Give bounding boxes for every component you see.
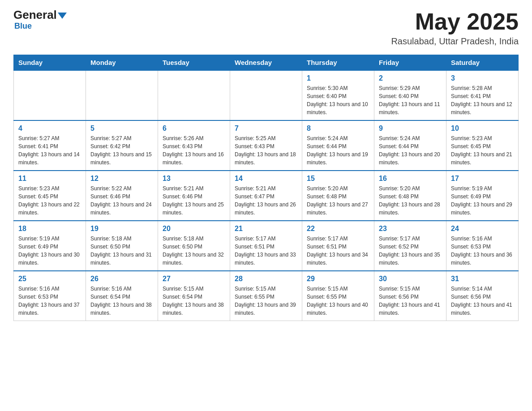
day-number: 1: [307, 74, 369, 82]
day-info: Sunrise: 5:16 AMSunset: 6:53 PMDaylight:…: [451, 235, 514, 267]
calendar-week-row: 4Sunrise: 5:27 AMSunset: 6:41 PMDaylight…: [14, 120, 519, 171]
day-info: Sunrise: 5:28 AMSunset: 6:41 PMDaylight:…: [451, 84, 514, 116]
day-info: Sunrise: 5:15 AMSunset: 6:54 PMDaylight:…: [163, 285, 225, 317]
day-number: 9: [379, 124, 442, 133]
calendar-cell: 26Sunrise: 5:16 AMSunset: 6:54 PMDayligh…: [86, 271, 158, 321]
calendar-table: Sunday Monday Tuesday Wednesday Thursday…: [13, 55, 519, 321]
day-info: Sunrise: 5:20 AMSunset: 6:48 PMDaylight:…: [379, 184, 442, 217]
location-title: Rasulabad, Uttar Pradesh, India: [391, 36, 519, 47]
calendar-cell: 14Sunrise: 5:21 AMSunset: 6:47 PMDayligh…: [230, 171, 302, 221]
day-number: 13: [163, 175, 225, 183]
day-info: Sunrise: 5:29 AMSunset: 6:40 PMDaylight:…: [379, 84, 442, 116]
day-info: Sunrise: 5:15 AMSunset: 6:56 PMDaylight:…: [379, 285, 442, 317]
day-info: Sunrise: 5:25 AMSunset: 6:43 PMDaylight:…: [235, 134, 297, 167]
calendar-cell: 22Sunrise: 5:17 AMSunset: 6:51 PMDayligh…: [302, 221, 374, 271]
calendar-week-row: 18Sunrise: 5:19 AMSunset: 6:49 PMDayligh…: [14, 221, 519, 271]
day-info: Sunrise: 5:15 AMSunset: 6:55 PMDaylight:…: [307, 285, 369, 317]
calendar-cell: [86, 70, 158, 120]
calendar-cell: 1Sunrise: 5:30 AMSunset: 6:40 PMDaylight…: [302, 70, 374, 120]
title-area: May 2025 Rasulabad, Uttar Pradesh, India: [391, 9, 519, 47]
day-info: Sunrise: 5:16 AMSunset: 6:54 PMDaylight:…: [90, 285, 153, 317]
calendar-cell: 11Sunrise: 5:23 AMSunset: 6:45 PMDayligh…: [14, 171, 86, 221]
day-info: Sunrise: 5:30 AMSunset: 6:40 PMDaylight:…: [307, 84, 369, 116]
page-header: General Blue May 2025 Rasulabad, Uttar P…: [13, 9, 519, 47]
day-info: Sunrise: 5:15 AMSunset: 6:55 PMDaylight:…: [235, 285, 297, 317]
day-number: 16: [379, 175, 442, 183]
calendar-cell: 17Sunrise: 5:19 AMSunset: 6:49 PMDayligh…: [446, 171, 519, 221]
day-info: Sunrise: 5:27 AMSunset: 6:42 PMDaylight:…: [90, 134, 153, 167]
day-info: Sunrise: 5:27 AMSunset: 6:41 PMDaylight:…: [18, 134, 81, 167]
day-info: Sunrise: 5:18 AMSunset: 6:50 PMDaylight:…: [90, 235, 153, 267]
calendar-week-row: 1Sunrise: 5:30 AMSunset: 6:40 PMDaylight…: [14, 70, 519, 120]
logo: General: [13, 9, 67, 21]
day-number: 14: [235, 175, 297, 183]
logo-area: General Blue: [13, 9, 67, 31]
calendar-cell: [230, 70, 302, 120]
day-number: 12: [90, 175, 153, 183]
day-number: 7: [235, 124, 297, 133]
calendar-cell: 25Sunrise: 5:16 AMSunset: 6:53 PMDayligh…: [14, 271, 86, 321]
day-number: 22: [307, 225, 369, 233]
calendar-cell: 18Sunrise: 5:19 AMSunset: 6:49 PMDayligh…: [14, 221, 86, 271]
calendar-cell: 16Sunrise: 5:20 AMSunset: 6:48 PMDayligh…: [374, 171, 446, 221]
day-number: 8: [307, 124, 369, 133]
day-number: 23: [379, 225, 442, 233]
calendar-cell: 31Sunrise: 5:14 AMSunset: 6:56 PMDayligh…: [446, 271, 519, 321]
logo-blue-text: Blue: [14, 21, 32, 31]
header-friday: Friday: [374, 55, 446, 71]
calendar-cell: 2Sunrise: 5:29 AMSunset: 6:40 PMDaylight…: [374, 70, 446, 120]
day-number: 17: [451, 175, 514, 183]
day-number: 15: [307, 175, 369, 183]
day-info: Sunrise: 5:17 AMSunset: 6:52 PMDaylight:…: [379, 235, 442, 267]
calendar-cell: 23Sunrise: 5:17 AMSunset: 6:52 PMDayligh…: [374, 221, 446, 271]
day-info: Sunrise: 5:17 AMSunset: 6:51 PMDaylight:…: [235, 235, 297, 267]
calendar-cell: [14, 70, 86, 120]
day-number: 21: [235, 225, 297, 233]
day-info: Sunrise: 5:24 AMSunset: 6:44 PMDaylight:…: [307, 134, 369, 167]
day-info: Sunrise: 5:21 AMSunset: 6:46 PMDaylight:…: [163, 184, 225, 217]
calendar-cell: 29Sunrise: 5:15 AMSunset: 6:55 PMDayligh…: [302, 271, 374, 321]
calendar-cell: 20Sunrise: 5:18 AMSunset: 6:50 PMDayligh…: [158, 221, 230, 271]
header-wednesday: Wednesday: [230, 55, 302, 71]
calendar-cell: 27Sunrise: 5:15 AMSunset: 6:54 PMDayligh…: [158, 271, 230, 321]
day-number: 11: [18, 175, 81, 183]
day-number: 3: [451, 74, 514, 82]
calendar-cell: 19Sunrise: 5:18 AMSunset: 6:50 PMDayligh…: [86, 221, 158, 271]
calendar-cell: 6Sunrise: 5:26 AMSunset: 6:43 PMDaylight…: [158, 120, 230, 171]
day-info: Sunrise: 5:20 AMSunset: 6:48 PMDaylight:…: [307, 184, 369, 217]
day-info: Sunrise: 5:24 AMSunset: 6:44 PMDaylight:…: [379, 134, 442, 167]
day-number: 19: [90, 225, 153, 233]
calendar-cell: 30Sunrise: 5:15 AMSunset: 6:56 PMDayligh…: [374, 271, 446, 321]
logo-arrow-icon: [58, 13, 67, 19]
day-number: 20: [163, 225, 225, 233]
month-title: May 2025: [391, 9, 519, 34]
calendar-cell: 5Sunrise: 5:27 AMSunset: 6:42 PMDaylight…: [86, 120, 158, 171]
day-info: Sunrise: 5:17 AMSunset: 6:51 PMDaylight:…: [307, 235, 369, 267]
calendar-cell: 10Sunrise: 5:23 AMSunset: 6:45 PMDayligh…: [446, 120, 519, 171]
day-info: Sunrise: 5:23 AMSunset: 6:45 PMDaylight:…: [451, 134, 514, 167]
day-info: Sunrise: 5:23 AMSunset: 6:45 PMDaylight:…: [18, 184, 81, 217]
calendar-week-row: 11Sunrise: 5:23 AMSunset: 6:45 PMDayligh…: [14, 171, 519, 221]
day-number: 2: [379, 74, 442, 82]
calendar-cell: 15Sunrise: 5:20 AMSunset: 6:48 PMDayligh…: [302, 171, 374, 221]
day-number: 6: [163, 124, 225, 133]
day-info: Sunrise: 5:16 AMSunset: 6:53 PMDaylight:…: [18, 285, 81, 317]
calendar-cell: 24Sunrise: 5:16 AMSunset: 6:53 PMDayligh…: [446, 221, 519, 271]
header-thursday: Thursday: [302, 55, 374, 71]
day-number: 25: [18, 275, 81, 283]
calendar-cell: 28Sunrise: 5:15 AMSunset: 6:55 PMDayligh…: [230, 271, 302, 321]
header-sunday: Sunday: [14, 55, 86, 71]
day-number: 5: [90, 124, 153, 133]
calendar-cell: 8Sunrise: 5:24 AMSunset: 6:44 PMDaylight…: [302, 120, 374, 171]
calendar-cell: 21Sunrise: 5:17 AMSunset: 6:51 PMDayligh…: [230, 221, 302, 271]
calendar-cell: 13Sunrise: 5:21 AMSunset: 6:46 PMDayligh…: [158, 171, 230, 221]
day-number: 28: [235, 275, 297, 283]
day-number: 27: [163, 275, 225, 283]
header-saturday: Saturday: [446, 55, 519, 71]
day-number: 4: [18, 124, 81, 133]
calendar-week-row: 25Sunrise: 5:16 AMSunset: 6:53 PMDayligh…: [14, 271, 519, 321]
day-info: Sunrise: 5:19 AMSunset: 6:49 PMDaylight:…: [451, 184, 514, 217]
calendar-cell: [158, 70, 230, 120]
day-info: Sunrise: 5:18 AMSunset: 6:50 PMDaylight:…: [163, 235, 225, 267]
day-number: 24: [451, 225, 514, 233]
